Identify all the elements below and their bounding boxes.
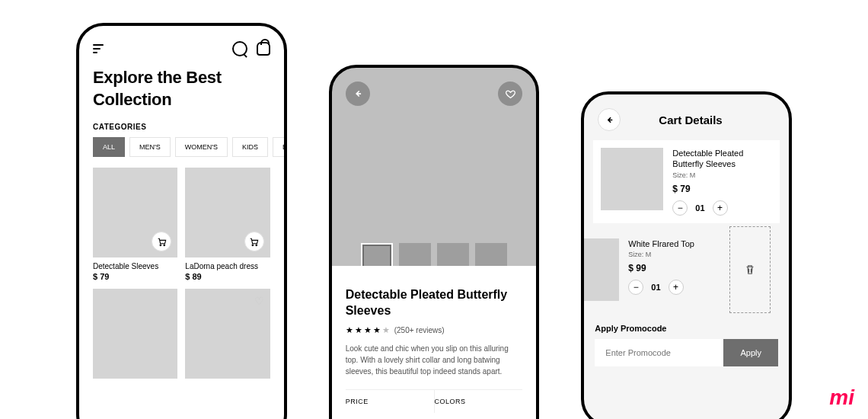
product-image: [93, 168, 177, 257]
cart-item-size: Size: M: [672, 171, 772, 179]
apply-button[interactable]: Apply: [723, 339, 778, 366]
category-womens[interactable]: WOMEN'S: [175, 137, 228, 157]
cart-item-name: Detectable Pleated Butterfly Sleeves: [672, 148, 772, 170]
page-title: Explore the Best Collection: [79, 56, 284, 110]
explore-screen: Explore the Best Collection CATEGORIES A…: [76, 23, 287, 419]
cart-title: Cart Details: [659, 114, 722, 126]
category-all[interactable]: ALL: [93, 137, 125, 157]
product-card[interactable]: LaDorna peach dress $ 89: [185, 168, 270, 281]
product-image: [185, 168, 270, 257]
menu-icon[interactable]: [93, 44, 104, 53]
back-button[interactable]: [598, 108, 621, 131]
svg-point-0: [160, 245, 161, 246]
svg-point-2: [252, 245, 254, 246]
category-beauty[interactable]: BEAUTY: [273, 137, 284, 157]
product-card[interactable]: [93, 289, 177, 379]
svg-point-3: [256, 245, 257, 246]
star-icon: ★: [364, 325, 372, 335]
quantity-value: 01: [651, 283, 660, 292]
increment-button[interactable]: +: [669, 280, 684, 295]
star-icon: ★: [355, 325, 362, 335]
product-card[interactable]: Detectable Sleeves $ 79: [93, 168, 177, 281]
product-image: [93, 289, 177, 379]
cart-item: White Flrared Top Size: M $ 99 − 01 +: [584, 231, 780, 309]
star-icon: ★: [346, 325, 353, 335]
back-button[interactable]: [346, 82, 370, 106]
cart-item: Detectable Pleated Butterfly Sleeves Siz…: [593, 140, 780, 223]
product-description: Look cute and chic when you slip on this…: [346, 343, 523, 377]
product-title: Detectable Pleated Butterfly Sleeves: [346, 287, 523, 319]
product-card[interactable]: ♡: [185, 289, 270, 379]
cart-item-price: $ 79: [672, 184, 772, 194]
product-detail-screen: Detectable Pleated Butterfly Sleeves ★ ★…: [329, 65, 540, 419]
price-label: PRICE: [346, 390, 435, 413]
cart-item-image: [584, 238, 619, 301]
heart-icon[interactable]: ♡: [254, 295, 264, 307]
bag-icon[interactable]: [257, 42, 270, 56]
decrement-button[interactable]: −: [628, 280, 643, 295]
add-to-cart-button[interactable]: [152, 232, 171, 251]
review-count: (250+ reviews): [394, 326, 445, 334]
favorite-button[interactable]: [498, 82, 522, 106]
product-name: LaDorna peach dress: [185, 262, 270, 270]
star-icon: ★: [373, 325, 381, 335]
product-price: $ 89: [185, 272, 270, 281]
rating: ★ ★ ★ ★ ★ (250+ reviews): [346, 325, 523, 335]
quantity-value: 01: [695, 203, 704, 213]
product-price: $ 79: [93, 272, 177, 281]
increment-button[interactable]: +: [713, 200, 728, 216]
category-mens[interactable]: MEN'S: [129, 137, 171, 157]
search-icon[interactable]: [232, 41, 247, 56]
cart-screen: Cart Details Detectable Pleated Butterfl…: [581, 91, 792, 419]
promo-label: Apply Promocode: [595, 324, 778, 333]
brand-logo: mi: [829, 385, 854, 410]
star-icon: ★: [382, 325, 390, 335]
product-image: ♡: [185, 289, 270, 379]
decrement-button[interactable]: −: [672, 200, 688, 216]
category-kids[interactable]: KIDS: [232, 137, 268, 157]
promo-input[interactable]: [595, 339, 723, 366]
delete-button[interactable]: [729, 226, 771, 313]
colors-label: COLORS: [435, 390, 523, 413]
cart-item-image: [601, 148, 663, 210]
add-to-cart-button[interactable]: [244, 232, 264, 251]
product-name: Detectable Sleeves: [93, 262, 177, 270]
svg-point-1: [164, 245, 165, 246]
categories-label: CATEGORIES: [79, 110, 284, 137]
